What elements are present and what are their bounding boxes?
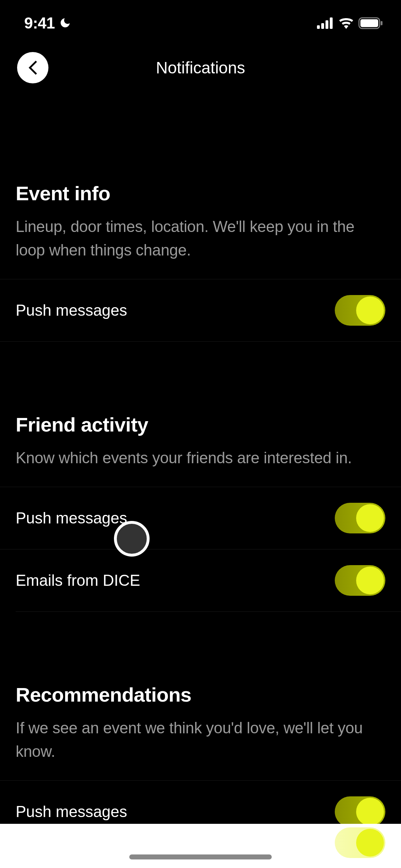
setting-row-push-messages: Push messages (0, 279, 401, 342)
svg-rect-0 (317, 25, 320, 29)
setting-row-push-messages: Push messages (0, 487, 401, 549)
home-indicator (129, 854, 272, 859)
toggle-knob (356, 798, 384, 826)
battery-icon (358, 17, 383, 29)
section-event-info: Event info Lineup, door times, location.… (0, 182, 401, 342)
page-title: Notifications (0, 58, 401, 77)
status-right (317, 17, 383, 29)
content: Event info Lineup, door times, location.… (0, 82, 401, 843)
svg-rect-3 (330, 17, 333, 29)
setting-label: Push messages (16, 509, 127, 527)
svg-rect-5 (360, 19, 378, 27)
svg-rect-1 (321, 23, 324, 29)
section-friend-activity: Friend activity Know which events your f… (0, 413, 401, 612)
section-title: Event info (16, 182, 385, 205)
toggle-event-push[interactable] (335, 295, 385, 326)
settings-group: Push messages (0, 279, 401, 342)
section-title: Friend activity (16, 413, 385, 436)
wifi-icon (338, 17, 354, 29)
svg-rect-6 (381, 21, 382, 25)
moon-icon (59, 17, 72, 30)
touch-indicator (114, 521, 150, 557)
setting-label: Emails from DICE (16, 572, 140, 589)
section-header: Event info Lineup, door times, location.… (0, 182, 401, 279)
chevron-left-icon (28, 60, 38, 76)
toggle-knob (356, 296, 384, 324)
setting-row-emails: Emails from DICE (16, 549, 401, 612)
toggle-partial[interactable] (335, 827, 385, 858)
toggle-knob (356, 829, 384, 857)
status-bar: 9:41 (0, 0, 401, 36)
section-recommendations: Recommendations If we see an event we th… (0, 683, 401, 843)
svg-rect-2 (326, 20, 328, 29)
toggle-friend-emails[interactable] (335, 565, 385, 596)
back-button[interactable] (17, 52, 48, 83)
status-time: 9:41 (24, 14, 55, 32)
section-description: Lineup, door times, location. We'll keep… (16, 215, 385, 262)
bottom-overlay (0, 824, 401, 868)
section-description: Know which events your friends are inter… (16, 446, 385, 470)
section-header: Friend activity Know which events your f… (0, 413, 401, 487)
section-description: If we see an event we think you'd love, … (16, 716, 385, 763)
setting-label: Push messages (16, 803, 127, 821)
toggle-recommendations-push[interactable] (335, 796, 385, 827)
cellular-signal-icon (317, 17, 334, 29)
status-left: 9:41 (24, 14, 72, 32)
section-title: Recommendations (16, 683, 385, 706)
nav-header: Notifications (0, 36, 401, 82)
toggle-knob (356, 567, 384, 594)
setting-label: Push messages (16, 301, 127, 319)
section-header: Recommendations If we see an event we th… (0, 683, 401, 780)
settings-group: Push messages Emails from DICE (0, 487, 401, 612)
toggle-friend-push[interactable] (335, 503, 385, 533)
toggle-knob (356, 504, 384, 532)
